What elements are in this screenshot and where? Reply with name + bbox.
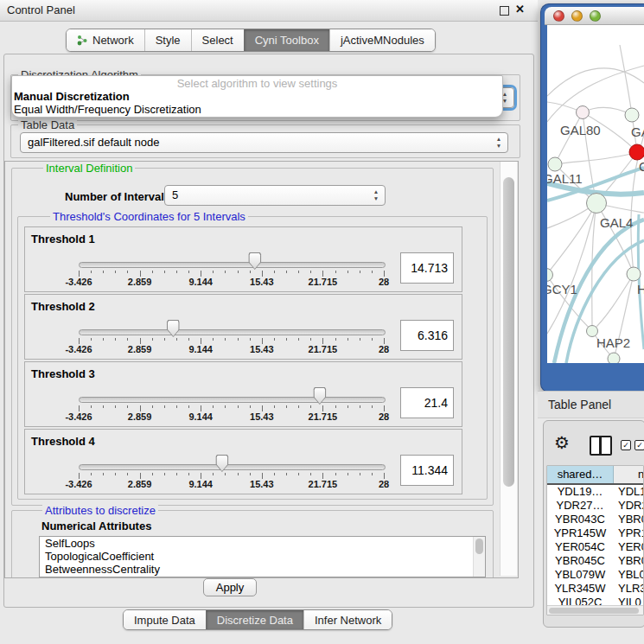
slider-tick bbox=[79, 473, 80, 479]
tab-jactivemnodules[interactable]: jActiveMNodules bbox=[329, 29, 435, 51]
close-traffic-light-icon[interactable] bbox=[553, 10, 564, 22]
network-edge[interactable] bbox=[555, 112, 583, 164]
column-header[interactable]: na bbox=[614, 466, 643, 483]
threshold-slider-thumb[interactable] bbox=[167, 320, 180, 337]
list-item[interactable]: TopologicalCoefficient bbox=[40, 550, 485, 563]
threshold-value-field[interactable]: 6.316 bbox=[400, 320, 454, 351]
node-label: GA bbox=[631, 124, 644, 139]
threshold-slider-thumb[interactable] bbox=[215, 455, 228, 472]
table-row[interactable]: YLR345WYLR3 bbox=[547, 582, 643, 596]
table-row[interactable]: YBR043CYBR0 bbox=[547, 513, 643, 526]
node-label: GCY1 bbox=[547, 282, 577, 296]
slider-tick bbox=[250, 473, 251, 475]
apply-button[interactable]: Apply bbox=[203, 578, 257, 596]
slider-tick bbox=[140, 271, 141, 277]
slider-tick bbox=[250, 405, 251, 408]
table-data-combobox[interactable]: galFiltered.sif default node ▲▼ bbox=[20, 132, 508, 153]
group-title: Threshold's Coordinates for 5 Intervals bbox=[50, 210, 248, 223]
slider-tick bbox=[238, 405, 239, 408]
popup-item-manual-discretization[interactable]: Manual Discretization bbox=[12, 90, 502, 103]
table-row[interactable]: YBL079WYBL0 bbox=[547, 568, 643, 582]
slider-tick bbox=[262, 271, 263, 277]
network-node[interactable] bbox=[577, 106, 590, 119]
list-item[interactable]: SelfLoops bbox=[40, 537, 485, 550]
threshold-value-field[interactable]: 11.344 bbox=[400, 455, 454, 486]
network-window-titlebar[interactable] bbox=[545, 7, 644, 25]
close-icon[interactable]: ✕ bbox=[515, 3, 525, 16]
cyni-mode-tab-bar: Impute Data Discretize Data Infer Networ… bbox=[123, 609, 392, 630]
table-row[interactable]: YDL19…YDL1 bbox=[547, 485, 643, 499]
checkbox-icon[interactable]: ✓ bbox=[634, 440, 644, 450]
slider-tick-labels: -3.4262.8599.14415.4321.71528 bbox=[79, 479, 384, 490]
table-row[interactable]: YPR145WYPR1 bbox=[547, 526, 643, 540]
gear-icon[interactable]: ⚙ bbox=[554, 434, 570, 451]
slider-tick-label: 28 bbox=[379, 479, 389, 489]
network-edge[interactable] bbox=[620, 45, 632, 115]
combo-value: 5 bbox=[172, 186, 178, 204]
tab-style[interactable]: Style bbox=[144, 29, 191, 51]
network-edge[interactable] bbox=[547, 203, 596, 275]
table-cell: YBR0 bbox=[613, 513, 643, 526]
network-node[interactable] bbox=[548, 157, 562, 171]
network-node[interactable] bbox=[547, 269, 553, 282]
columns-icon[interactable] bbox=[590, 436, 612, 456]
float-icon[interactable] bbox=[500, 6, 509, 16]
threshold-value-field[interactable]: 21.4 bbox=[400, 387, 454, 418]
slider-tick bbox=[225, 473, 226, 475]
threshold-slider-thumb[interactable] bbox=[313, 387, 326, 405]
list-scrollbar[interactable] bbox=[473, 537, 485, 577]
threshold-panel-1: Threshold 1 -3.4262.8599.14415.4321.7152… bbox=[24, 226, 462, 292]
list-item[interactable]: BetweennessCentrality bbox=[40, 563, 485, 576]
slider-tick-label: 28 bbox=[379, 277, 389, 287]
minimize-traffic-light-icon[interactable] bbox=[571, 10, 583, 22]
slider-tick bbox=[164, 473, 165, 475]
tab-cyni-toolbox[interactable]: Cyni Toolbox bbox=[244, 29, 329, 51]
tab-network[interactable]: Network bbox=[67, 29, 144, 51]
vertical-scrollbar[interactable] bbox=[500, 162, 517, 576]
slider-tick-label: 21.715 bbox=[309, 479, 338, 489]
slider-tick bbox=[335, 271, 336, 273]
threshold-slider-thumb[interactable] bbox=[248, 252, 261, 270]
numerical-attributes-list[interactable]: SelfLoopsTopologicalCoefficientBetweenne… bbox=[39, 536, 486, 577]
table-row[interactable]: YBR045CYBR0 bbox=[547, 554, 643, 568]
table-row[interactable]: YDR27…YDR2 bbox=[547, 499, 643, 513]
zoom-traffic-light-icon[interactable] bbox=[590, 10, 601, 22]
network-edge[interactable] bbox=[547, 68, 644, 96]
slider-tick-label: 2.859 bbox=[128, 344, 152, 354]
table-row[interactable]: YIL052CYIL0 bbox=[547, 596, 643, 605]
network-node[interactable] bbox=[629, 144, 644, 160]
slider-tick bbox=[225, 405, 226, 408]
tab-infer-network[interactable]: Infer Network bbox=[303, 610, 392, 629]
slider-tick bbox=[140, 405, 141, 411]
checkbox-icon[interactable]: ✓ bbox=[621, 440, 631, 450]
network-node[interactable] bbox=[625, 108, 639, 122]
network-edge[interactable] bbox=[555, 152, 637, 164]
popup-item-equal-width-frequency[interactable]: Equal Width/Frequency Discretization bbox=[12, 103, 502, 116]
network-icon bbox=[77, 35, 88, 46]
column-header[interactable]: shared… bbox=[547, 466, 614, 483]
group-title: Interval Definition bbox=[43, 162, 135, 175]
slider-tick bbox=[213, 405, 214, 408]
tab-select[interactable]: Select bbox=[191, 29, 244, 51]
network-node[interactable] bbox=[627, 267, 641, 281]
tab-impute-data[interactable]: Impute Data bbox=[124, 610, 206, 629]
vertical-scrollbar-thumb[interactable] bbox=[503, 177, 514, 487]
num-intervals-combobox[interactable]: 5 ▲▼ bbox=[164, 185, 386, 206]
list-scrollbar-thumb[interactable] bbox=[475, 539, 483, 554]
tab-discretize-data[interactable]: Discretize Data bbox=[206, 610, 303, 629]
slider-tick bbox=[79, 338, 80, 344]
network-node[interactable] bbox=[608, 353, 620, 363]
threshold-value-field[interactable]: 14.713 bbox=[400, 252, 454, 284]
network-edge[interactable] bbox=[583, 108, 632, 115]
slider-tick bbox=[201, 473, 201, 479]
slider-tick bbox=[274, 473, 275, 475]
network-view[interactable]: GAL80GAGAL11CGAL4GCY1HHAP2 bbox=[547, 25, 644, 363]
slider-tick bbox=[322, 473, 323, 479]
horizontal-scrollbar-thumb[interactable] bbox=[549, 608, 639, 614]
table-row[interactable]: YER054CYER0 bbox=[547, 540, 643, 554]
horizontal-scrollbar[interactable] bbox=[547, 605, 643, 615]
slider-tick-label: 9.144 bbox=[188, 344, 213, 354]
table-cell: YBR0 bbox=[613, 554, 643, 568]
network-node[interactable] bbox=[587, 194, 607, 214]
table-cell: YBL079W bbox=[547, 568, 613, 582]
